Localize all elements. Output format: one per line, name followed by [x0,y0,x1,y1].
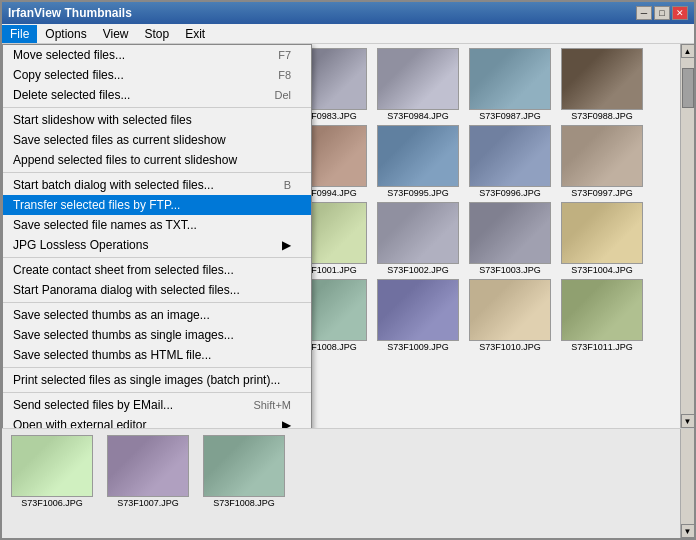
scroll-thumb[interactable] [682,68,694,108]
main-window: IrfanView Thumbnails ─ □ ✕ File Options … [0,0,696,540]
list-item[interactable]: S73F1011.JPG [558,279,646,352]
thumbnail-image [561,202,643,264]
menu-save-thumbs-single[interactable]: Save selected thumbs as single images... [3,325,311,345]
menu-contact-sheet[interactable]: Create contact sheet from selected files… [3,260,311,280]
title-bar-buttons: ─ □ ✕ [636,6,688,20]
content-area: Move selected files... F7 Copy selected … [2,44,694,428]
thumbnail-image [469,279,551,341]
list-item[interactable]: S73F0987.JPG [466,48,554,121]
menu-copy-files[interactable]: Copy selected files... F8 [3,65,311,85]
vertical-scrollbar[interactable]: ▲ ▼ [680,44,694,428]
separator-4 [3,302,311,303]
minimize-button[interactable]: ─ [636,6,652,20]
selected-thumbnail-image [203,435,285,497]
menu-external-editor[interactable]: Open with external editor ▶ [3,415,311,428]
menu-transfer-ftp[interactable]: Transfer selected files by FTP... [3,195,311,215]
separator-1 [3,107,311,108]
scroll-down-button[interactable]: ▼ [681,414,695,428]
selected-thumb-item[interactable]: S73F1007.JPG [104,435,192,532]
separator-3 [3,257,311,258]
menu-bar: File Options View Stop Exit [2,24,694,44]
list-item[interactable]: S73F0995.JPG [374,125,462,198]
list-item[interactable]: S73F1004.JPG [558,202,646,275]
menu-append-slideshow[interactable]: Append selected files to current slidesh… [3,150,311,170]
selected-thumbs-list: S73F1006.JPG S73F1007.JPG S73F1008.JPG [2,429,680,538]
scroll-up-button[interactable]: ▲ [681,44,695,58]
list-item[interactable]: S73F1010.JPG [466,279,554,352]
list-item[interactable]: S73F0996.JPG [466,125,554,198]
thumbnail-image [377,202,459,264]
thumbnail-image [469,125,551,187]
list-item[interactable]: S73F0997.JPG [558,125,646,198]
close-button[interactable]: ✕ [672,6,688,20]
menu-panorama[interactable]: Start Panorama dialog with selected file… [3,280,311,300]
menu-save-thumbs-html[interactable]: Save selected thumbs as HTML file... [3,345,311,365]
thumbnail-image [469,48,551,110]
maximize-button[interactable]: □ [654,6,670,20]
menu-send-email[interactable]: Send selected files by EMail... Shift+M [3,395,311,415]
menu-save-slideshow[interactable]: Save selected files as current slideshow [3,130,311,150]
separator-5 [3,367,311,368]
menu-batch-dialog[interactable]: Start batch dialog with selected files..… [3,175,311,195]
menu-save-txt[interactable]: Save selected file names as TXT... [3,215,311,235]
submenu-arrow: ▶ [282,238,291,252]
selected-area-scrollbar[interactable]: ▼ [680,429,694,538]
thumbnail-image [469,202,551,264]
menu-print-batch[interactable]: Print selected files as single images (b… [3,370,311,390]
window-title: IrfanView Thumbnails [8,6,132,20]
list-item[interactable]: S73F0984.JPG [374,48,462,121]
selected-thumbnail-image [11,435,93,497]
thumbnail-image [377,48,459,110]
selected-thumbnail-image [107,435,189,497]
list-item[interactable]: S73F1009.JPG [374,279,462,352]
separator-2 [3,172,311,173]
menu-options[interactable]: Options [37,25,94,43]
thumbnail-image [561,48,643,110]
thumbnail-image [377,279,459,341]
menu-stop[interactable]: Stop [137,25,178,43]
file-dropdown-menu: Move selected files... F7 Copy selected … [2,44,312,428]
thumbnail-image [377,125,459,187]
separator-6 [3,392,311,393]
selected-thumb-item[interactable]: S73F1008.JPG [200,435,288,532]
menu-start-slideshow[interactable]: Start slideshow with selected files [3,110,311,130]
menu-file[interactable]: File [2,25,37,43]
menu-move-files[interactable]: Move selected files... F7 [3,45,311,65]
menu-view[interactable]: View [95,25,137,43]
scroll-down-selected[interactable]: ▼ [681,524,695,538]
selected-thumb-item[interactable]: S73F1006.JPG [8,435,96,532]
thumbnail-image [561,279,643,341]
thumbnail-image [561,125,643,187]
title-bar: IrfanView Thumbnails ─ □ ✕ [2,2,694,24]
menu-delete-files[interactable]: Delete selected files... Del [3,85,311,105]
menu-save-thumbs-image[interactable]: Save selected thumbs as an image... [3,305,311,325]
menu-exit[interactable]: Exit [177,25,213,43]
submenu-arrow-2: ▶ [282,418,291,428]
list-item[interactable]: S73F1003.JPG [466,202,554,275]
selected-files-area: S73F1006.JPG S73F1007.JPG S73F1008.JPG ▼ [2,428,694,538]
scroll-track[interactable] [681,58,695,414]
list-item[interactable]: S73F0988.JPG [558,48,646,121]
menu-jpg-lossless[interactable]: JPG Lossless Operations ▶ [3,235,311,255]
list-item[interactable]: S73F1002.JPG [374,202,462,275]
